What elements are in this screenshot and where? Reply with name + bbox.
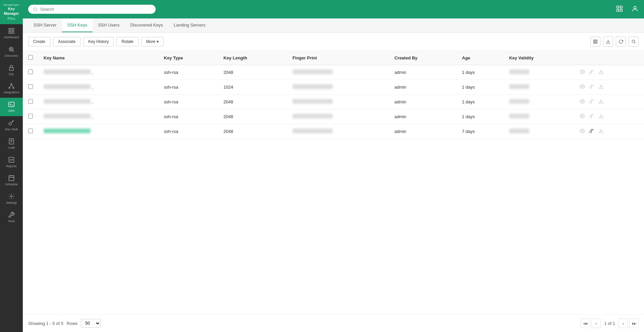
row-checkbox[interactable]: [28, 84, 33, 89]
svg-point-4: [9, 47, 13, 51]
tab-landing-servers[interactable]: Landing Servers: [168, 18, 211, 32]
key-action-icon[interactable]: [589, 84, 594, 90]
key-action-icon[interactable]: [589, 99, 594, 105]
tools-icon: [8, 211, 15, 218]
col-key-validity: Key Validity: [504, 51, 574, 65]
select-all-cell[interactable]: [23, 51, 38, 65]
fingerprint-cell: [287, 65, 389, 80]
svg-point-25: [11, 196, 12, 197]
create-button[interactable]: Create: [28, 37, 50, 46]
key-action-icon[interactable]: [589, 69, 594, 76]
download-icon[interactable]: [598, 113, 604, 120]
actions-cell: [574, 109, 644, 124]
page-info: 1 of 1: [602, 321, 617, 326]
svg-rect-30: [617, 9, 619, 11]
table-row: .ssh-rsa1024admin1 days: [23, 80, 644, 95]
svg-rect-16: [9, 138, 13, 144]
user-icon[interactable]: [631, 5, 639, 13]
more-button[interactable]: More ▾: [141, 37, 164, 46]
table-header-row: Key Name Key Type Key Length Finger Prin…: [23, 51, 644, 65]
sidebar-item-audit[interactable]: Audit: [0, 135, 23, 153]
rows-label: Rows: [67, 321, 78, 326]
validity-cell: [504, 95, 574, 109]
notification-icon[interactable]: [616, 5, 623, 13]
sidebar-item-settings[interactable]: Settings: [0, 190, 23, 208]
tab-ssh-users[interactable]: SSH Users: [93, 18, 125, 32]
view-icon[interactable]: [580, 69, 585, 76]
view-icon[interactable]: [580, 113, 585, 120]
sidebar-item-reports[interactable]: Reports: [0, 153, 23, 172]
first-page-button[interactable]: ⏮: [581, 319, 590, 328]
tab-discovered-keys[interactable]: Discovered Keys: [125, 18, 168, 32]
key-action-icon[interactable]: [589, 128, 594, 135]
tab-ssh-keys[interactable]: SSH Keys: [62, 18, 93, 32]
actions-cell: [574, 65, 644, 80]
sidebar-item-key-vault[interactable]: Key Vault: [0, 116, 23, 135]
svg-point-26: [34, 8, 36, 10]
key-length-cell: 2048: [218, 65, 287, 80]
view-icon[interactable]: [580, 128, 585, 135]
key-action-icon[interactable]: [589, 113, 594, 120]
refresh-button[interactable]: [616, 37, 626, 47]
fingerprint-cell: [287, 80, 389, 95]
svg-rect-3: [12, 32, 14, 34]
pagination: ⏮ ‹ 1 of 1 › ⏭: [581, 319, 639, 328]
search-box[interactable]: [28, 5, 156, 14]
showing-text: Showing 1 - 5 of 5: [28, 321, 63, 326]
table-row: .ssh-rsa2048admin1 days: [23, 109, 644, 124]
associate-button[interactable]: Associate: [53, 37, 80, 46]
rows-per-page-select[interactable]: 50 10 25 100: [81, 319, 101, 328]
lock-icon: [8, 64, 15, 71]
key-history-button[interactable]: Key History: [83, 37, 114, 46]
next-page-button[interactable]: ›: [619, 319, 628, 328]
prev-page-button[interactable]: ‹: [591, 319, 601, 328]
col-created-by: Created By: [389, 51, 457, 65]
row-checkbox[interactable]: [28, 129, 33, 133]
sidebar-item-ssl[interactable]: SSL: [0, 61, 23, 80]
col-actions: [574, 51, 644, 65]
validity-cell: [504, 124, 574, 139]
download-icon[interactable]: [598, 128, 604, 135]
view-icon[interactable]: [580, 84, 585, 90]
brand-name: ManageEngine: [2, 3, 21, 6]
svg-rect-31: [620, 9, 622, 11]
download-icon[interactable]: [598, 99, 604, 105]
sidebar-item-discovery[interactable]: Discovery: [0, 43, 23, 61]
grid-view-button[interactable]: [590, 37, 600, 47]
svg-line-6: [13, 51, 14, 52]
sidebar-item-label: Schedule: [5, 183, 18, 186]
row-checkbox[interactable]: [28, 99, 33, 104]
search-input[interactable]: [40, 7, 151, 12]
download-icon[interactable]: [598, 69, 604, 76]
table-row: .ssh-rsa2048admin1 days: [23, 95, 644, 109]
app-logo: ManageEngine Key Manager Plus: [0, 0, 23, 24]
view-icon[interactable]: [580, 99, 585, 105]
main-area: SSH Server SSH Keys SSH Users Discovered…: [23, 0, 644, 332]
export-button[interactable]: [603, 37, 613, 47]
sidebar-item-integrations[interactable]: Integrations: [0, 79, 23, 98]
actions-cell: [574, 95, 644, 109]
search-table-button[interactable]: [629, 37, 639, 47]
rotate-button[interactable]: Rotate: [116, 37, 138, 46]
row-checkbox[interactable]: [28, 114, 33, 118]
last-page-button[interactable]: ⏭: [629, 319, 639, 328]
sidebar-item-ssh[interactable]: SSH: [0, 98, 23, 116]
sidebar-item-label: Audit: [8, 146, 15, 150]
tab-ssh-server[interactable]: SSH Server: [28, 18, 62, 32]
sidebar-item-tools[interactable]: Tools: [0, 208, 23, 227]
age-cell: 1 days: [457, 109, 504, 124]
svg-rect-7: [9, 67, 13, 70]
select-all-checkbox[interactable]: [28, 55, 33, 60]
fingerprint-cell: [287, 109, 389, 124]
download-icon[interactable]: [598, 84, 604, 90]
key-name-cell: .: [38, 80, 159, 95]
discovery-icon: [8, 46, 15, 53]
row-checkbox[interactable]: [28, 69, 33, 74]
svg-rect-33: [594, 40, 595, 41]
key-type-cell: ssh-rsa: [159, 109, 218, 124]
sidebar-item-schedule[interactable]: Schedule: [0, 171, 23, 190]
col-key-length: Key Length: [218, 51, 287, 65]
sidebar-item-dashboard[interactable]: Dashboard: [0, 24, 23, 43]
svg-point-38: [632, 40, 635, 43]
toolbar: Create Associate Key History Rotate More…: [23, 33, 644, 51]
